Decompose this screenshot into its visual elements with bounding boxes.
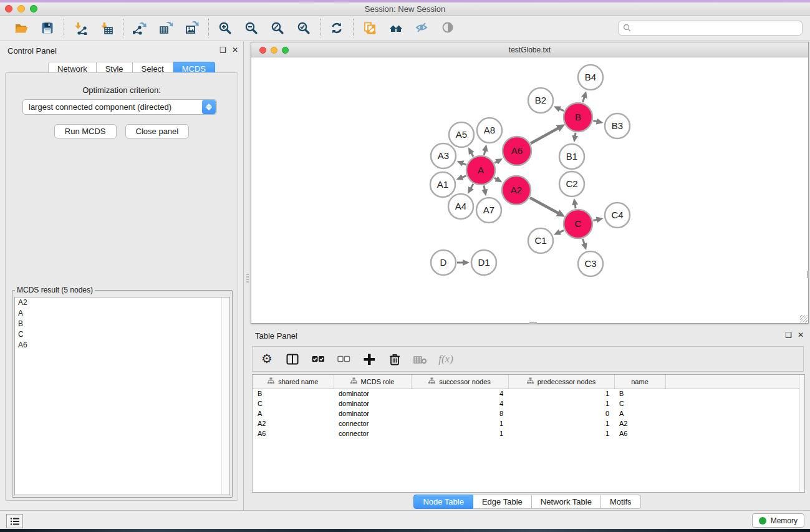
edge-A6-B[interactable] [531, 128, 559, 143]
criterion-select[interactable]: largest connected component (directed) [22, 99, 217, 115]
table-row[interactable]: Adominator80A [253, 409, 804, 418]
result-item[interactable]: B [15, 319, 229, 329]
tab-motifs[interactable]: Motifs [601, 495, 641, 509]
tab-node-table[interactable]: Node Table [413, 495, 473, 509]
clone-network-icon[interactable] [361, 19, 378, 37]
graph-node-D[interactable]: D [431, 250, 456, 275]
import-table-icon[interactable] [98, 19, 115, 37]
toggle-graphics-details-icon[interactable] [413, 19, 431, 37]
zoom-selected-icon[interactable] [295, 19, 312, 37]
close-panel-icon[interactable]: ✕ [232, 46, 238, 54]
graph-node-A[interactable]: A [466, 156, 495, 185]
result-item[interactable]: A [15, 308, 229, 319]
graph-node-B3[interactable]: B3 [605, 114, 630, 138]
table-scrollbar[interactable] [799, 375, 804, 492]
graph-node-A5[interactable]: A5 [449, 122, 474, 147]
export-table-icon[interactable] [157, 19, 175, 37]
result-item[interactable]: A6 [15, 340, 229, 351]
result-item[interactable]: C [15, 329, 229, 340]
select-all-checks-icon[interactable] [310, 351, 326, 367]
save-session-icon[interactable] [39, 19, 56, 37]
graph-node-C4[interactable]: C4 [605, 203, 630, 228]
graph-node-B[interactable]: B [564, 103, 592, 132]
graph-node-A6[interactable]: A6 [503, 137, 531, 165]
graph-node-D1[interactable]: D1 [471, 250, 496, 275]
delete-table-icon[interactable] [412, 351, 428, 367]
resize-grip-right[interactable] [807, 271, 809, 278]
edge-C-C3[interactable] [582, 239, 584, 244]
close-panel-button[interactable]: Close panel [125, 124, 190, 138]
graph-node-C2[interactable]: C2 [559, 172, 584, 196]
graph-node-B1[interactable]: B1 [559, 144, 584, 169]
show-panel-icon[interactable] [440, 19, 457, 37]
table-row[interactable]: Cdominator41C [253, 399, 804, 409]
graph-node-A8[interactable]: A8 [477, 118, 502, 143]
export-image-icon[interactable] [183, 19, 201, 37]
resize-grip-icon[interactable] [800, 315, 808, 322]
refresh-view-icon[interactable] [328, 19, 345, 37]
resize-grip-bottom[interactable] [529, 322, 537, 324]
graph-node-C[interactable]: C [564, 210, 592, 238]
tab-edge-table[interactable]: Edge Table [473, 495, 532, 509]
edge-A-A5[interactable] [471, 153, 473, 157]
task-history-button[interactable] [6, 514, 23, 528]
edge-B-B3[interactable] [593, 120, 597, 121]
memory-button[interactable]: Memory [752, 513, 804, 528]
column-header-successor-nodes[interactable]: successor nodes [411, 375, 508, 389]
table-row[interactable]: A6connector11A6 [253, 428, 804, 438]
network-window-titlebar[interactable]: testGlobe.txt [251, 42, 808, 57]
column-header-shared-name[interactable]: shared name [253, 375, 334, 389]
function-builder-icon[interactable]: f(x) [438, 351, 454, 367]
network-canvas[interactable]: B4B2BB3A5A8A6B1A3AC2A1A2A4A7C4CC1DD1C3 [251, 57, 808, 323]
clear-checks-icon[interactable] [335, 351, 352, 367]
close-table-panel-icon[interactable]: ✕ [798, 331, 804, 339]
delete-rows-icon[interactable] [387, 351, 403, 367]
graph-node-A1[interactable]: A1 [430, 172, 455, 197]
edge-C-C4[interactable] [593, 220, 597, 220]
import-network-icon[interactable] [72, 19, 89, 37]
column-header-name[interactable]: name [614, 375, 665, 389]
zoom-out-icon[interactable] [243, 19, 260, 37]
splitter-grip-icon[interactable] [246, 274, 249, 284]
table-row[interactable]: Bdominator41B [253, 389, 804, 399]
edge-B-B2[interactable] [559, 109, 564, 111]
edge-C-C1[interactable] [559, 230, 564, 232]
open-session-icon[interactable] [12, 19, 30, 37]
zoom-fit-icon[interactable] [269, 19, 286, 37]
graph-node-A7[interactable]: A7 [476, 198, 501, 223]
split-columns-icon[interactable] [284, 351, 301, 367]
search-input[interactable] [618, 21, 803, 36]
graph-node-C3[interactable]: C3 [578, 251, 603, 276]
edge-A-A8[interactable] [484, 150, 485, 155]
edge-A2-C[interactable] [530, 198, 558, 213]
add-row-icon[interactable] [361, 351, 377, 367]
mcds-result-list[interactable]: A2ABCA6 [14, 297, 230, 495]
graph-node-B4[interactable]: B4 [578, 65, 603, 90]
graph-node-A2[interactable]: A2 [502, 176, 531, 205]
edge-A-A3[interactable] [463, 163, 466, 165]
settings-icon[interactable]: ⚙ [259, 351, 275, 367]
edge-B-B4[interactable] [582, 97, 584, 102]
edge-A-A7[interactable] [484, 185, 485, 190]
edge-B-B1[interactable] [575, 133, 576, 137]
graph-node-B2[interactable]: B2 [528, 88, 553, 113]
home-icon[interactable] [387, 19, 405, 37]
result-item[interactable]: A2 [15, 297, 229, 308]
edge-A-A1[interactable] [462, 176, 466, 178]
edge-C-C2[interactable] [575, 205, 576, 209]
edge-A-A4[interactable] [471, 184, 473, 188]
edge-A-A6[interactable] [494, 162, 497, 163]
float-panel-icon[interactable]: ❑ [219, 46, 226, 54]
column-header-MCDS-role[interactable]: MCDS role [334, 375, 411, 389]
graph-node-C1[interactable]: C1 [528, 228, 553, 253]
export-network-icon[interactable] [131, 19, 148, 37]
graph-node-A4[interactable]: A4 [448, 194, 473, 219]
tab-network-table[interactable]: Network Table [532, 495, 601, 509]
graph-node-A3[interactable]: A3 [431, 143, 456, 168]
run-mcds-button[interactable]: Run MCDS [54, 124, 117, 138]
edge-A-A2[interactable] [494, 178, 497, 179]
zoom-in-icon[interactable] [216, 19, 234, 37]
column-header-predecessor-nodes[interactable]: predecessor nodes [508, 375, 614, 389]
result-scrollbar[interactable] [221, 297, 229, 495]
float-table-panel-icon[interactable]: ❑ [785, 331, 792, 339]
